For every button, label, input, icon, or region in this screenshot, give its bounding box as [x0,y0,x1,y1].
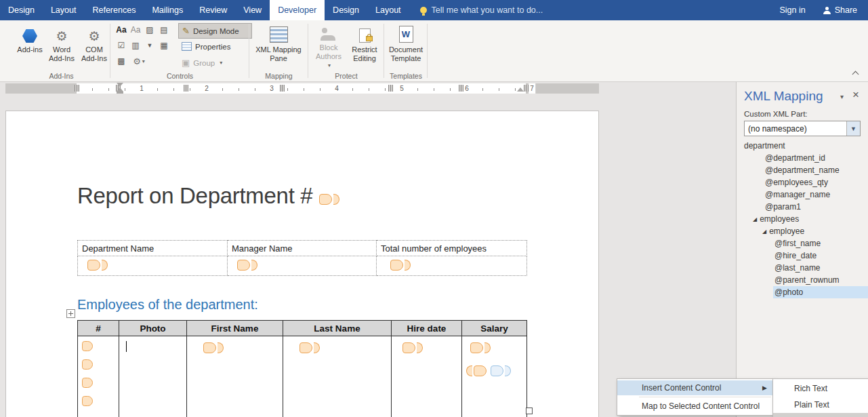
header-cell-photo[interactable]: Photo [119,321,187,336]
picture-control-button[interactable]: ▨ [143,23,157,37]
close-icon[interactable]: × [852,89,859,100]
salary-cell[interactable] [462,336,527,417]
chevron-down-icon[interactable]: ▼ [846,121,860,136]
dropdown-list-control-button[interactable]: ▼ [143,39,157,52]
header-cell-salary[interactable]: Salary [462,321,527,336]
employees-table[interactable]: # Photo First Name Last Name Hire date S… [77,320,527,417]
header-cell-hire-date[interactable]: Hire date [392,321,462,336]
menu-item-map-to-selected[interactable]: Map to Selected Content Control [617,399,773,414]
header-cell-manager-name[interactable]: Manager Name [228,241,377,256]
expand-triangle-icon[interactable]: ◢ [753,214,757,226]
tell-me-box[interactable]: Tell me what you want to do... [420,0,543,20]
content-control-tag-blue[interactable] [491,365,511,376]
repeating-section-control-button[interactable]: ▩ [115,54,128,68]
last-name-cell[interactable] [283,336,392,417]
manager-name-cell[interactable] [228,256,377,276]
table-resize-handle[interactable] [526,408,533,414]
tree-node-manager-name[interactable]: @manager_name [737,188,868,201]
word-add-ins-button[interactable]: ⚙ Word Add-Ins [46,22,77,70]
table-column-marker[interactable] [524,85,529,92]
sign-in-button[interactable]: Sign in [779,5,805,15]
properties-button[interactable]: Properties [178,39,245,54]
tree-node-department-id[interactable]: @department_id [737,152,868,164]
xml-mapping-pane-button[interactable]: XML Mapping Pane [255,22,302,70]
tab-mailings[interactable]: Mailings [144,0,191,20]
table-column-marker[interactable] [459,85,463,92]
header-cell-last-name[interactable]: Last Name [283,321,392,336]
legacy-tools-button[interactable]: ⚙▾ [129,54,149,68]
group-button[interactable]: ▣ Group ▾ [178,56,232,70]
tree-node-photo[interactable]: @photo [737,286,868,298]
department-info-table[interactable]: Department Name Manager Name Total numbe… [77,240,527,276]
hire-date-cell[interactable] [392,336,462,417]
header-cell-total-employees[interactable]: Total number of employees [377,241,527,256]
horizontal-ruler[interactable]: 1 2 3 4 5 6 7 [0,82,599,95]
content-control-tag[interactable] [87,260,108,271]
content-control-tag[interactable] [390,260,411,271]
tree-node-department-name[interactable]: @department_name [737,164,868,176]
header-cell-department-name[interactable]: Department Name [78,241,228,256]
tab-design[interactable]: Design [0,0,43,20]
tree-node-department[interactable]: department [737,140,868,152]
first-line-indent-marker[interactable] [117,83,123,87]
content-control-tag-icon[interactable] [82,359,93,370]
share-button[interactable]: Share [823,5,857,15]
pane-options-icon[interactable]: ▾ [840,93,844,100]
content-control-tag[interactable] [237,260,257,271]
date-picker-control-button[interactable]: ▦ [157,39,171,52]
tree-node-parent-rownum[interactable]: @parent_rownum [737,274,868,286]
tab-view[interactable]: View [235,0,270,20]
tab-tabletools-layout[interactable]: Layout [367,0,409,20]
document-template-button[interactable]: W Document Template [387,22,425,70]
content-control-tag[interactable] [466,365,487,376]
tab-tabletools-design[interactable]: Design [325,0,367,20]
content-control-tag[interactable] [299,342,320,353]
header-cell-first-name[interactable]: First Name [187,321,283,336]
document-title-text[interactable]: Report on Department # [77,183,312,209]
content-control-tag-icon[interactable] [82,396,93,406]
com-add-ins-button[interactable]: ⚙ COM Add-Ins [79,22,110,70]
content-control-tag-icon[interactable] [82,341,93,351]
tree-node-employees[interactable]: ◢employees [737,213,868,225]
submenu-item-picture[interactable]: Picture [773,413,868,417]
number-cell[interactable] [78,336,119,417]
photo-cell[interactable] [119,336,187,417]
tree-node-param1[interactable]: @param1 [737,201,868,213]
building-block-gallery-button[interactable]: ▤ [157,23,171,37]
table-column-marker[interactable] [184,85,188,92]
table-move-handle-icon[interactable] [66,309,75,318]
table-column-marker[interactable] [388,85,393,92]
tab-review[interactable]: Review [191,0,235,20]
block-authors-button[interactable]: Block Authors ▾ [311,22,346,70]
content-control-tag[interactable] [402,342,423,353]
total-employees-cell[interactable] [377,256,527,276]
employees-heading[interactable]: Employees of the department: [77,297,258,313]
collapse-ribbon-button[interactable] [853,71,859,76]
tab-layout[interactable]: Layout [43,0,85,20]
content-control-tag[interactable] [319,194,339,205]
tree-node-hire-date[interactable]: @hire_date [737,250,868,262]
first-name-cell[interactable] [187,336,283,417]
header-cell-number[interactable]: # [78,321,119,336]
tree-node-first-name[interactable]: @first_name [737,237,868,250]
document-page[interactable]: Report on Department # Department Name M… [5,111,599,417]
left-indent-marker[interactable] [117,92,123,94]
table-column-marker[interactable] [75,85,79,92]
department-name-cell[interactable] [78,256,228,276]
tree-node-last-name[interactable]: @last_name [737,262,868,274]
expand-triangle-icon[interactable]: ◢ [762,226,766,238]
right-indent-marker[interactable] [517,87,524,92]
content-control-tag[interactable] [470,342,491,353]
restrict-editing-button[interactable]: Restrict Editing [348,22,381,70]
checkbox-control-button[interactable]: ☑ [115,39,128,52]
design-mode-button[interactable]: ✎ Design Mode [178,23,252,39]
menu-item-insert-content-control[interactable]: Insert Content Control ▶ [617,380,773,395]
combo-box-control-button[interactable]: ▥ [129,39,142,52]
content-control-tag[interactable] [203,342,224,353]
tab-references[interactable]: References [84,0,144,20]
plain-text-control-button[interactable]: Aa [129,23,142,37]
add-ins-button[interactable]: Add-ins [15,22,45,70]
tab-developer[interactable]: Developer [270,0,325,20]
content-control-tag-icon[interactable] [82,378,93,388]
submenu-item-rich-text[interactable]: Rich Text [773,380,868,397]
